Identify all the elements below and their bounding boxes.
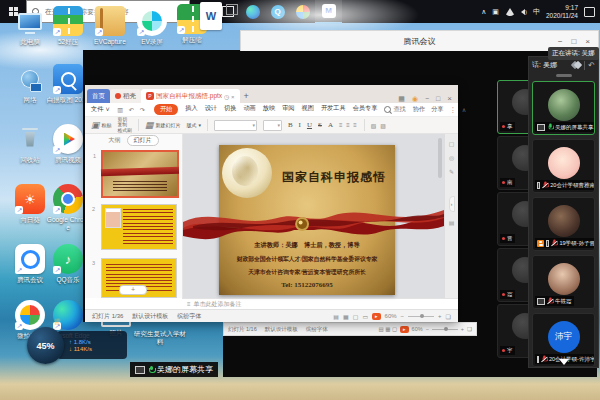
paste-button[interactable]: ▣粘贴 <box>91 120 112 130</box>
view-read-icon[interactable]: ▢ <box>353 313 359 320</box>
notes-bar[interactable]: ≡ 单击此处添加备注 <box>182 298 458 309</box>
meeting-maximize-button[interactable]: □ <box>571 37 576 46</box>
wps-menu-5[interactable]: 动画 <box>243 104 255 115</box>
italic-button[interactable]: I <box>299 121 301 129</box>
wps-menu-3[interactable]: 设计 <box>205 104 217 115</box>
zoom-level: 60% <box>385 313 397 319</box>
participant-tile[interactable]: 19学硕-孙子晋 <box>532 197 595 251</box>
meeting-minimize-button[interactable]: − <box>558 37 563 46</box>
scroll-down-arrow[interactable] <box>559 359 569 365</box>
wps-menu-2[interactable]: 插入 <box>185 104 197 115</box>
zoom-out[interactable]: − <box>426 326 429 332</box>
tray-app-icon[interactable]: ▣ <box>492 8 499 16</box>
quick-access-icons[interactable]: ▥ ↶ ↷ <box>117 106 147 113</box>
desktop-icon-zip52[interactable]: ↗ 52好压 <box>46 6 90 46</box>
wps-menu-1[interactable]: 开始 <box>154 104 178 115</box>
view-sorter-icon[interactable]: ▦ <box>343 313 349 320</box>
wps-menu-9[interactable]: 开发工具 <box>321 104 346 115</box>
fit-screen-icon[interactable]: ❏ <box>446 313 451 320</box>
wps-menu-10[interactable]: 会员专享 <box>353 104 378 115</box>
font-size-select[interactable]: ▾ <box>263 120 282 131</box>
new-slide-button[interactable]: ▦新建幻灯片 <box>145 120 181 130</box>
wps-menu-7[interactable]: 审阅 <box>282 104 294 115</box>
slide-line-3: 天津市会计咨询专家/营运资本管理研究所所长 <box>219 268 395 277</box>
zoom-slider[interactable] <box>432 329 458 330</box>
zoom-in[interactable]: + <box>461 326 464 332</box>
format-painter-button[interactable]: 格式刷 <box>118 128 132 133</box>
share-button[interactable]: 分享 <box>431 105 443 114</box>
expand-panel-tab[interactable]: › <box>449 196 455 212</box>
align-buttons[interactable]: ≡ ≡ ≡ <box>339 122 358 128</box>
view-show-icon[interactable]: ▭ <box>362 313 368 320</box>
play-button[interactable]: ▸ <box>400 326 409 333</box>
zoom-slider[interactable] <box>408 316 434 317</box>
strike-button[interactable]: S <box>318 121 322 129</box>
find-button[interactable]: 查找 <box>384 105 405 114</box>
interface-switch-icon[interactable]: ▦ <box>398 95 405 103</box>
ime-indicator[interactable]: 中 <box>533 7 540 17</box>
slide[interactable]: 国家自科申报感悟 主讲教师：吴娜 博士后，教授，博导 财政部全国会计领军人才/国… <box>219 145 395 295</box>
canvas-scrollbar[interactable] <box>438 138 442 178</box>
notes-icon: ≡ <box>187 301 191 307</box>
props-icon[interactable]: ▢ <box>449 140 455 147</box>
slide-thumbnail-2[interactable]: 2 <box>101 204 177 250</box>
taskbar-clock[interactable]: 9:17 2020/11/24 <box>546 4 578 19</box>
desktop-icon-evcapture[interactable]: ↗ EVCapture <box>88 6 132 46</box>
new-tab-button[interactable]: + <box>244 89 249 103</box>
network-speed-widget[interactable]: ↑ 1.8K/s ↓ 114K/s <box>57 331 127 359</box>
memory-usage-ball[interactable]: 45% <box>27 327 64 364</box>
wps-menu-8[interactable]: 视图 <box>302 104 314 115</box>
tab-close-icon[interactable]: ◷ × <box>224 93 234 100</box>
more-menu-icon[interactable]: ⋮ <box>450 106 456 113</box>
outline-tab[interactable]: 大纲 <box>109 136 121 145</box>
wps-menu-6[interactable]: 放映 <box>263 104 275 115</box>
play-slideshow-button[interactable]: ▸ <box>372 313 381 320</box>
wps-tab-document[interactable]: 国家自科申报感悟.pptx◷ × <box>141 89 240 103</box>
wps-close-button[interactable]: × <box>447 94 452 103</box>
slide-thumbnail-1[interactable]: 1 <box>101 150 179 198</box>
meeting-titlebar[interactable]: 腾讯会议 − □ × <box>240 30 599 51</box>
wps-maximize-button[interactable]: □ <box>436 95 440 102</box>
participant-panel[interactable]: 话: 吴娜 ↶ 吴娜的屏幕共享 20会计学硕曹雅南 19学硕-孙子晋 <box>528 56 599 368</box>
zoom-in-button[interactable]: + <box>438 313 442 319</box>
wps-minimize-button[interactable]: − <box>425 95 429 102</box>
vip-icon[interactable]: ◉ <box>412 95 418 103</box>
layout-button[interactable]: 版式 ▾ <box>186 122 201 128</box>
view-normal-icon[interactable]: ▤ <box>333 313 339 320</box>
screen-share-banner[interactable]: 吴娜的屏幕共享 <box>130 362 218 377</box>
zoom-out-button[interactable]: − <box>401 313 405 319</box>
underline-button[interactable]: U <box>307 121 312 129</box>
comment-icon[interactable]: ✎ <box>449 168 454 175</box>
participant-tile[interactable]: 吴娜的屏幕共享 <box>532 81 595 135</box>
more-tools-icon[interactable]: ▤ <box>449 219 455 226</box>
wps-tab-home[interactable]: 首页 <box>87 89 110 103</box>
desktop-icon-evrec[interactable]: ↗ EV录屏 <box>130 6 174 46</box>
desktop-icon-image: ↗ <box>53 64 83 94</box>
collapse-ribbon-icon[interactable]: ∧ <box>462 106 467 113</box>
meeting-close-button[interactable]: × <box>585 37 590 46</box>
share-banner-text: 吴娜的屏幕共享 <box>157 364 213 375</box>
participant-tile[interactable]: 20会计学硕曹雅南 <box>532 139 595 193</box>
wps-menu-4[interactable]: 切换 <box>224 104 236 115</box>
font-color-button[interactable]: A <box>328 121 333 129</box>
insert-shape-icons[interactable]: ▧ ▨ <box>371 122 387 129</box>
animation-icon[interactable]: ◎ <box>449 154 454 161</box>
slides-tab[interactable]: 幻灯片 <box>127 135 159 146</box>
slide-canvas[interactable]: 国家自科申报感悟 主讲教师：吴娜 博士后，教授，博导 财政部全国会计领军人才/国… <box>183 134 444 298</box>
add-slide-button[interactable]: + <box>119 285 147 295</box>
tray-expand-icon[interactable]: ∧ <box>481 8 486 16</box>
collab-button[interactable]: 协作 <box>413 105 425 114</box>
bold-button[interactable]: B <box>288 121 293 129</box>
font-family-select[interactable]: ▾ <box>214 120 257 131</box>
volume-icon[interactable]: ) <box>521 9 527 15</box>
desktop-icon-word-doc[interactable]: ↗ <box>196 2 226 32</box>
fit-screen-icon[interactable]: ❏ <box>467 326 472 332</box>
return-icon[interactable]: ↶ <box>588 61 595 70</box>
drag-handle[interactable] <box>556 74 572 77</box>
participant-tile[interactable]: 牛筱霞 <box>532 255 595 309</box>
file-menu[interactable]: 文件 ∨ <box>91 105 110 114</box>
notification-center-icon[interactable] <box>584 7 595 17</box>
wps-tab-docer[interactable]: 稻壳 <box>110 89 141 103</box>
view-icons[interactable]: ▤ ▦ ▢ <box>378 326 397 332</box>
wifi-icon[interactable] <box>505 8 515 16</box>
